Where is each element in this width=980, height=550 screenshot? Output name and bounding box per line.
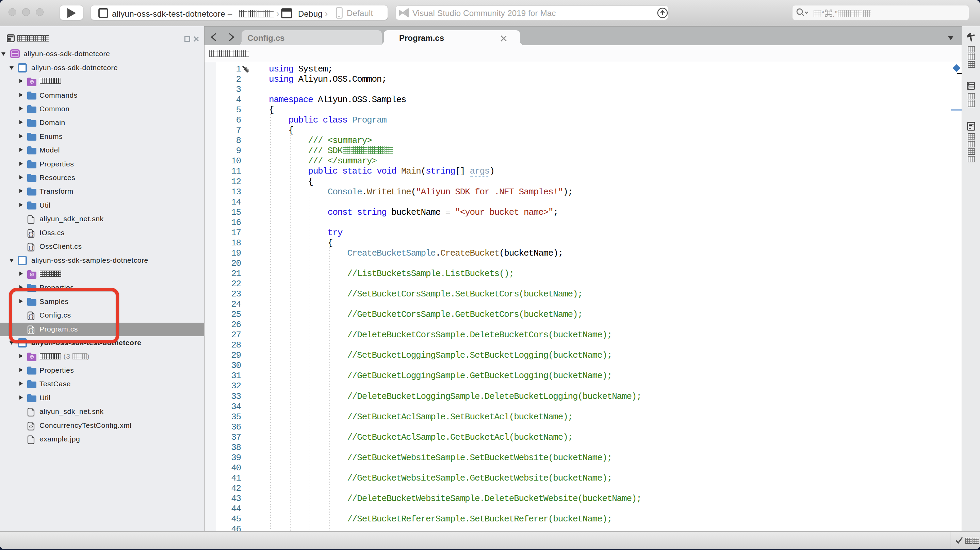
- svg-text:{}: {}: [28, 231, 34, 237]
- svg-text:{}: {}: [28, 246, 34, 251]
